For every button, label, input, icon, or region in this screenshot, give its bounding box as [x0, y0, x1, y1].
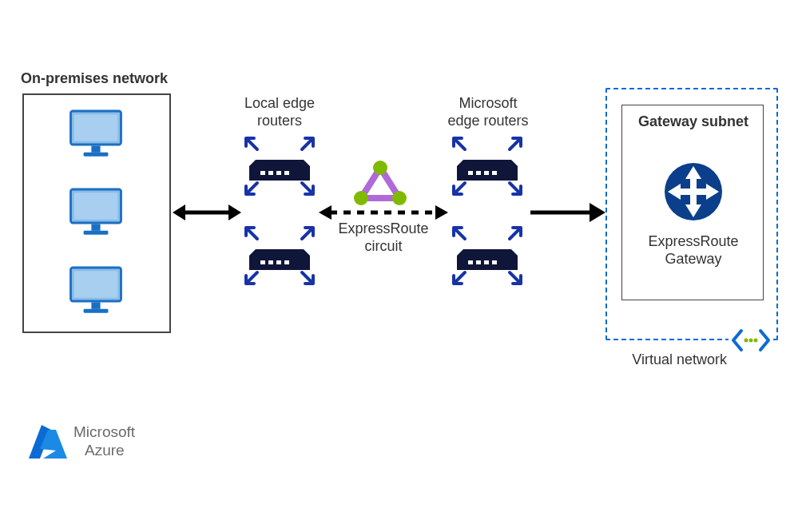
circuit-label: ExpressRoute circuit: [332, 220, 435, 255]
svg-marker-39: [590, 203, 605, 222]
onprem-title: On-premises network: [21, 70, 197, 88]
svg-rect-25: [484, 171, 489, 175]
svg-point-32: [373, 161, 387, 175]
brand-line2: Azure: [73, 442, 125, 459]
gateway-subnet-title: Gateway subnet: [629, 113, 757, 131]
ms-edge-label: Microsoft edge routers: [428, 95, 548, 129]
svg-rect-3: [84, 153, 109, 157]
svg-rect-29: [484, 260, 489, 264]
circuit-line2: circuit: [364, 238, 402, 254]
brand-text: Microsoft Azure: [73, 423, 185, 460]
svg-rect-16: [268, 171, 273, 175]
ms-edge-line1: Microsoft: [459, 95, 517, 111]
svg-rect-22: [284, 260, 289, 264]
router-icon: [447, 224, 527, 288]
svg-rect-6: [91, 224, 100, 230]
svg-rect-21: [276, 260, 281, 264]
svg-rect-18: [284, 171, 289, 175]
router-icon: [240, 134, 320, 198]
gateway-line2: Gateway: [665, 251, 721, 267]
svg-rect-9: [74, 271, 118, 298]
svg-point-48: [744, 339, 748, 343]
gateway-label: ExpressRoute Gateway: [631, 233, 756, 268]
svg-rect-26: [492, 171, 497, 175]
arrow-bidirectional-icon: [171, 197, 243, 228]
svg-rect-24: [476, 171, 481, 175]
svg-rect-23: [468, 171, 473, 175]
expressroute-gateway-icon: [661, 160, 725, 224]
monitor-icon: [68, 105, 124, 161]
svg-point-50: [754, 339, 758, 343]
gateway-line1: ExpressRoute: [648, 233, 738, 249]
ms-edge-line2: edge routers: [447, 113, 528, 129]
azure-logo-icon: [26, 422, 70, 463]
svg-rect-11: [84, 309, 109, 313]
brand-line1: Microsoft: [73, 423, 135, 440]
svg-point-49: [749, 339, 753, 343]
svg-rect-30: [492, 260, 497, 264]
svg-marker-36: [319, 205, 332, 220]
monitor-icon: [68, 262, 124, 318]
svg-rect-15: [260, 171, 265, 175]
router-icon: [240, 224, 320, 288]
svg-rect-46: [679, 189, 708, 195]
svg-rect-5: [74, 193, 118, 220]
svg-marker-37: [435, 205, 448, 220]
vnet-label: Virtual network: [615, 351, 727, 369]
svg-rect-19: [260, 260, 265, 264]
svg-rect-1: [74, 114, 118, 141]
circuit-line1: ExpressRoute: [338, 220, 428, 236]
local-edge-label: Local edge routers: [232, 95, 328, 129]
monitor-icon: [68, 184, 124, 240]
svg-rect-10: [91, 302, 100, 308]
local-edge-line1: Local edge: [244, 95, 315, 111]
svg-rect-28: [476, 260, 481, 264]
arrow-right-icon: [527, 197, 607, 228]
svg-rect-27: [468, 260, 473, 264]
vnet-interface-icon: [729, 328, 773, 353]
router-icon: [447, 134, 527, 198]
svg-rect-20: [268, 260, 273, 264]
svg-rect-2: [91, 145, 100, 152]
svg-rect-17: [276, 171, 281, 175]
local-edge-line2: routers: [257, 113, 302, 129]
svg-rect-7: [84, 231, 109, 235]
svg-marker-13: [173, 204, 185, 220]
svg-marker-14: [228, 204, 241, 220]
